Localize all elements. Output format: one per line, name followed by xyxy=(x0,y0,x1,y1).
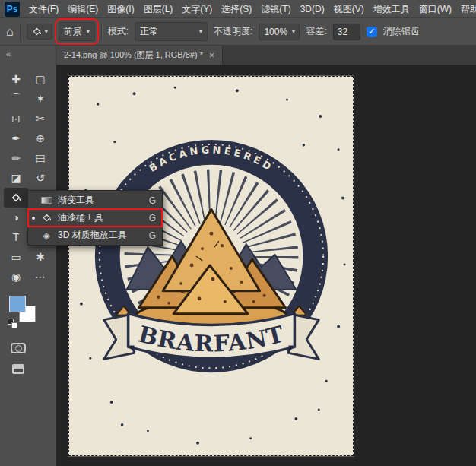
history-brush-tool[interactable]: ↺ xyxy=(28,168,52,188)
flyout-item-3d-material-drop-tool[interactable]: ◈ 3D 材质拖放工具 G xyxy=(28,227,162,244)
menu-window[interactable]: 窗口(W) xyxy=(414,0,456,18)
paint-bucket-icon xyxy=(40,213,53,223)
paint-bucket-icon xyxy=(31,27,43,36)
menu-select[interactable]: 选择(S) xyxy=(217,0,256,18)
brush-tool[interactable]: ✏ xyxy=(4,148,28,168)
menu-type[interactable]: 文字(Y) xyxy=(177,0,217,18)
chevron-down-icon: ▾ xyxy=(45,29,48,35)
screen-mode-icon[interactable] xyxy=(12,364,24,374)
3d-material-drop-icon: ◈ xyxy=(40,230,53,241)
menu-image[interactable]: 图像(I) xyxy=(103,0,138,18)
tolerance-input[interactable] xyxy=(333,24,360,40)
lasso-tool[interactable]: ⌒ xyxy=(4,89,28,109)
chevron-down-icon: ▾ xyxy=(292,29,295,35)
gradient-tool-icon xyxy=(40,197,53,204)
close-tab-icon[interactable]: × xyxy=(209,50,214,61)
document-tab[interactable]: 2-14.png @ 100% (图层 1, RGB/8#) * × xyxy=(56,46,223,65)
photoshop-window: Ps 文件(F) 编辑(E) 图像(I) 图层(L) 文字(Y) 选择(S) 滤… xyxy=(0,0,476,466)
type-tool[interactable]: T xyxy=(4,227,28,247)
paint-bucket-icon xyxy=(10,192,22,203)
flyout-item-gradient-tool[interactable]: 渐变工具 G xyxy=(28,192,162,209)
opacity-label: 不透明度: xyxy=(214,25,252,38)
separator xyxy=(20,24,21,40)
move-tool[interactable]: ✚ xyxy=(4,69,28,89)
tools-panel: « ✚ ▢ ⌒ ✶ ⊡ ✂ ✒ ⊕ ✏ ▤ ◪ ↺ ◐ ◑ ✎ T xyxy=(0,46,56,466)
tool-options-bar: ⌂ ▾ 前景 ▾ 模式: 正常 ▾ 不透明度: 100% ▾ 容差: ✓ 消除锯… xyxy=(0,18,476,46)
tolerance-label: 容差: xyxy=(306,25,326,38)
collapse-panel-button[interactable]: « xyxy=(0,46,56,62)
menu-plugins[interactable]: 增效工具 xyxy=(369,0,414,18)
fill-source-dropdown[interactable]: 前景 ▾ xyxy=(59,22,95,41)
badge-artwork: BACANGNEERED xyxy=(69,77,353,455)
menu-layer[interactable]: 图层(L) xyxy=(139,0,178,18)
hand-tool[interactable]: ✱ xyxy=(28,247,52,267)
opacity-value: 100% xyxy=(264,27,287,37)
chevron-down-icon: ▾ xyxy=(87,29,90,35)
default-colors-icon[interactable] xyxy=(8,319,18,329)
dodge-tool[interactable]: ◑ xyxy=(4,208,28,227)
menu-edit[interactable]: 编辑(E) xyxy=(63,0,103,18)
menu-filter[interactable]: 滤镜(T) xyxy=(256,0,295,18)
shape-tool[interactable]: ▭ xyxy=(4,247,28,267)
document-tab-bar: 2-14.png @ 100% (图层 1, RGB/8#) * × xyxy=(56,46,476,65)
crop-tool[interactable]: ⊡ xyxy=(4,109,28,128)
clone-stamp-tool[interactable]: ▤ xyxy=(28,148,52,168)
menu-help[interactable]: 帮助(H) xyxy=(456,0,476,18)
color-swatches xyxy=(9,296,43,329)
quick-mask-icon[interactable] xyxy=(11,343,26,353)
current-tool-bullet xyxy=(32,217,35,220)
menu-bar: Ps 文件(F) 编辑(E) 图像(I) 图层(L) 文字(Y) 选择(S) 滤… xyxy=(0,0,476,18)
tool-flyout-menu: 渐变工具 G 油漆桶工具 G ◈ 3D 材质拖放工具 G xyxy=(27,190,163,246)
mode-value: 正常 xyxy=(140,25,158,38)
mode-label: 模式: xyxy=(108,25,129,38)
menu-file[interactable]: 文件(F) xyxy=(24,0,63,18)
eraser-tool[interactable]: ◪ xyxy=(4,168,28,188)
document-canvas[interactable]: BACANGNEERED xyxy=(68,76,354,456)
rectangular-marquee-tool[interactable]: ▢ xyxy=(28,69,52,89)
flyout-item-paint-bucket-tool[interactable]: 油漆桶工具 G xyxy=(28,209,162,227)
menu-3d[interactable]: 3D(D) xyxy=(296,0,329,18)
tool-preset-button[interactable]: ▾ xyxy=(27,24,52,40)
paint-bucket-tool[interactable] xyxy=(4,188,28,208)
menu-view[interactable]: 视图(V) xyxy=(329,0,369,18)
chevron-down-icon: ▾ xyxy=(199,29,202,35)
separator xyxy=(101,24,102,40)
antialias-checkbox[interactable]: ✓ xyxy=(367,27,377,37)
canvas-area[interactable]: BACANGNEERED xyxy=(56,65,476,466)
photoshop-logo-icon: Ps xyxy=(5,2,20,17)
zoom-tool[interactable]: ◉ xyxy=(4,267,28,287)
slice-tool[interactable]: ✂ xyxy=(28,109,52,128)
document-title: 2-14.png @ 100% (图层 1, RGB/8#) * xyxy=(64,49,203,61)
home-icon[interactable]: ⌂ xyxy=(6,26,14,38)
fill-source-value: 前景 xyxy=(64,25,82,38)
magic-wand-tool[interactable]: ✶ xyxy=(28,89,52,109)
foreground-color-swatch[interactable] xyxy=(9,296,26,312)
eyedropper-tool[interactable]: ✒ xyxy=(4,128,28,148)
healing-brush-tool[interactable]: ⊕ xyxy=(28,128,52,148)
edit-toolbar-button[interactable]: ⋯ xyxy=(28,267,52,287)
opacity-dropdown[interactable]: 100% ▾ xyxy=(259,24,300,40)
antialias-label: 消除锯齿 xyxy=(383,25,420,38)
mode-dropdown[interactable]: 正常 ▾ xyxy=(135,22,208,41)
